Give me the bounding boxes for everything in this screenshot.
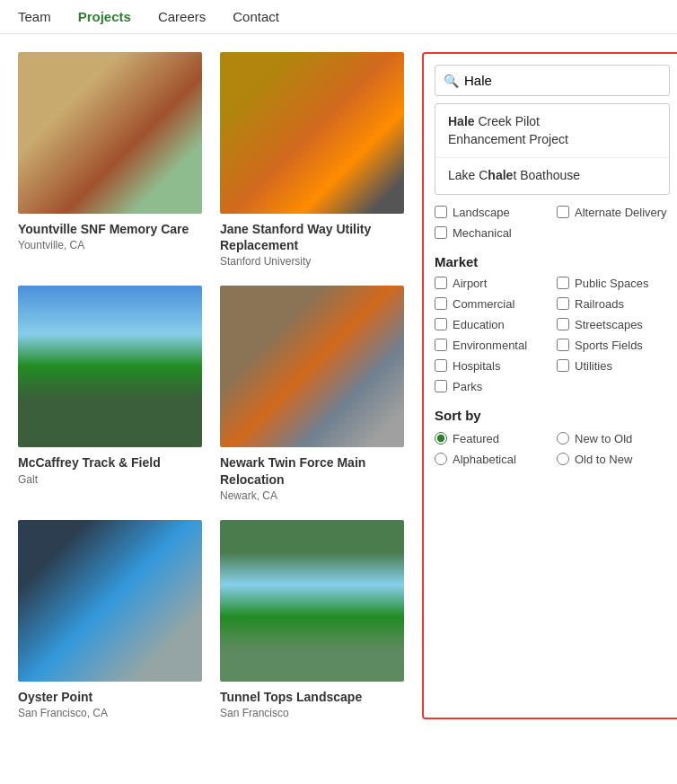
project-subtitle: San Francisco (220, 707, 404, 719)
market-checkbox[interactable] (557, 359, 569, 372)
project-subtitle: Newark, CA (220, 489, 404, 502)
project-title: Newark Twin Force Main Relocation (220, 454, 404, 487)
project-card[interactable]: Tunnel Tops LandscapeSan Francisco (220, 520, 404, 719)
project-title: Oyster Point (18, 689, 202, 705)
market-checkbox-item[interactable]: Commercial (435, 295, 548, 313)
sort-label: Sort by (435, 408, 670, 423)
project-thumbnail (18, 286, 202, 447)
market-checkbox[interactable] (435, 380, 447, 392)
market-checkbox[interactable] (557, 277, 569, 289)
service-checkboxes: LandscapeAlternate DeliveryMechanical (435, 204, 670, 242)
project-title: McCaffrey Track & Field (18, 454, 202, 471)
market-checkbox-item[interactable]: Education (435, 316, 548, 333)
search-icon: 🔍 (444, 74, 459, 88)
sort-option-item[interactable]: Featured (435, 430, 548, 447)
sort-radio[interactable] (435, 453, 447, 465)
market-checkbox-item[interactable]: Public Spaces (557, 275, 670, 292)
market-checkbox-item[interactable]: Sports Fields (557, 337, 670, 354)
sort-radio[interactable] (557, 453, 569, 465)
market-checkbox-item[interactable]: Hospitals (435, 357, 548, 374)
market-checkbox[interactable] (435, 359, 447, 372)
project-grid: Yountville SNF Memory CareYountville, CA… (18, 52, 404, 719)
project-title: Tunnel Tops Landscape (220, 689, 404, 705)
project-thumbnail (220, 520, 404, 682)
market-checkbox[interactable] (435, 277, 447, 289)
project-card[interactable]: Yountville SNF Memory CareYountville, CA (18, 52, 202, 268)
market-checkbox-item[interactable]: Streetscapes (557, 316, 670, 333)
market-checkbox[interactable] (435, 297, 447, 310)
sort-radio[interactable] (557, 432, 569, 445)
project-subtitle: San Francisco, CA (18, 707, 202, 719)
project-thumbnail (18, 520, 202, 682)
project-card[interactable]: McCaffrey Track & FieldGalt (18, 286, 202, 501)
autocomplete-item[interactable]: Lake Chalet Boathouse (435, 158, 669, 194)
market-checkbox[interactable] (557, 339, 569, 351)
service-checkbox-item[interactable]: Landscape (435, 204, 548, 221)
nav-projects[interactable]: Projects (78, 9, 131, 24)
sort-option-item[interactable]: New to Old (557, 430, 670, 447)
filter-panel: 🔍 Hale Creek PilotEnhancement ProjectLak… (422, 52, 677, 719)
market-checkbox[interactable] (557, 318, 569, 330)
nav-team[interactable]: Team (18, 9, 51, 24)
market-label: Market (435, 254, 670, 269)
project-title: Jane Stanford Way Utility Replacement (220, 221, 404, 253)
project-subtitle: Stanford University (220, 255, 404, 268)
market-checkbox[interactable] (435, 318, 447, 330)
service-checkbox[interactable] (435, 226, 447, 239)
service-checkbox-item[interactable]: Alternate Delivery (557, 204, 670, 221)
sort-options: FeaturedNew to OldAlphabeticalOld to New (435, 430, 670, 468)
service-checkbox[interactable] (557, 206, 569, 218)
nav-contact[interactable]: Contact (233, 9, 279, 24)
project-thumbnail (220, 52, 404, 214)
autocomplete-dropdown: Hale Creek PilotEnhancement ProjectLake … (435, 103, 670, 195)
project-subtitle: Yountville, CA (18, 239, 202, 251)
market-checkbox[interactable] (435, 339, 447, 351)
project-subtitle: Galt (18, 473, 202, 486)
sort-option-item[interactable]: Alphabetical (435, 451, 548, 468)
sort-radio[interactable] (435, 432, 447, 445)
project-card[interactable]: Newark Twin Force Main RelocationNewark,… (220, 286, 404, 501)
market-checkbox[interactable] (557, 297, 569, 310)
market-checkbox-item[interactable]: Parks (435, 378, 548, 395)
market-checkbox-item[interactable]: Utilities (557, 357, 670, 374)
market-checkbox-item[interactable]: Railroads (557, 295, 670, 313)
market-checkbox-item[interactable]: Airport (435, 275, 548, 292)
project-thumbnail (18, 52, 202, 214)
autocomplete-item[interactable]: Hale Creek PilotEnhancement Project (435, 104, 669, 158)
market-checkbox-item[interactable]: Environmental (435, 337, 548, 354)
service-checkbox-item[interactable]: Mechanical (435, 225, 548, 242)
main-content: Yountville SNF Memory CareYountville, CA… (0, 34, 677, 737)
project-card[interactable]: Jane Stanford Way Utility ReplacementSta… (220, 52, 404, 268)
search-input[interactable] (435, 65, 670, 96)
sort-option-item[interactable]: Old to New (557, 451, 670, 468)
navigation: Team Projects Careers Contact (0, 0, 677, 34)
market-checkboxes: AirportPublic SpacesCommercialRailroadsE… (435, 275, 670, 395)
search-container: 🔍 (435, 65, 670, 96)
nav-careers[interactable]: Careers (158, 9, 206, 24)
project-title: Yountville SNF Memory Care (18, 221, 202, 237)
project-card[interactable]: Oyster PointSan Francisco, CA (18, 520, 202, 719)
project-thumbnail (220, 286, 404, 447)
service-checkbox[interactable] (435, 206, 447, 218)
